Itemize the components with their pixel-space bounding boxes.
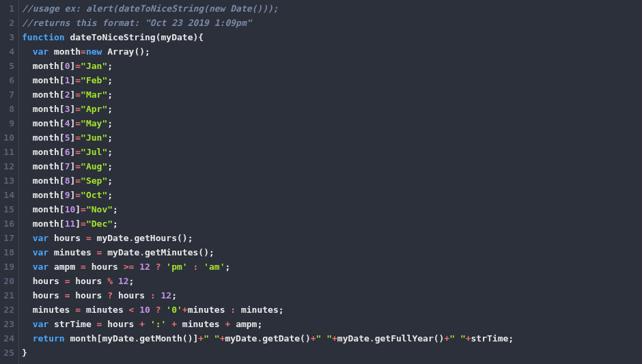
line-number: 21 — [0, 288, 14, 303]
code-area[interactable]: //usage ex: alert(dateToNiceString(new D… — [19, 0, 514, 364]
code-line[interactable]: month[3]="Apr"; — [22, 102, 514, 116]
line-number: 10 — [0, 130, 14, 145]
line-number: 8 — [0, 102, 14, 116]
line-number: 25 — [0, 346, 14, 360]
line-number: 16 — [0, 216, 14, 231]
code-line[interactable]: var month=new Array(); — [22, 44, 514, 59]
code-line[interactable]: month[2]="Mar"; — [22, 87, 514, 102]
line-number: 3 — [0, 30, 14, 44]
line-number: 12 — [0, 159, 14, 173]
code-line[interactable]: var hours = myDate.getHours(); — [22, 231, 514, 245]
code-line[interactable]: month[0]="Jan"; — [22, 59, 514, 73]
code-line[interactable]: month[1]="Feb"; — [22, 73, 514, 87]
code-line[interactable]: return month[myDate.getMonth()]+" "+myDa… — [22, 331, 514, 346]
line-number: 5 — [0, 59, 14, 73]
line-number: 1 — [0, 1, 14, 16]
code-line[interactable]: hours = hours % 12; — [22, 274, 514, 288]
line-number: 6 — [0, 73, 14, 87]
line-number: 17 — [0, 231, 14, 245]
code-line[interactable]: month[4]="May"; — [22, 116, 514, 130]
line-number: 23 — [0, 317, 14, 331]
code-line[interactable]: month[8]="Sep"; — [22, 173, 514, 188]
code-line[interactable]: var minutes = myDate.getMinutes(); — [22, 245, 514, 260]
line-number: 18 — [0, 245, 14, 260]
code-editor[interactable]: 1234567891011121314151617181920212223242… — [0, 0, 642, 364]
line-number: 13 — [0, 173, 14, 188]
code-line[interactable]: //returns this format: "Oct 23 2019 1:09… — [22, 16, 514, 30]
code-line[interactable]: function dateToNiceString(myDate){ — [22, 30, 514, 44]
code-line[interactable]: hours = hours ? hours : 12; — [22, 288, 514, 303]
code-line[interactable]: } — [22, 346, 514, 360]
line-number: 11 — [0, 145, 14, 159]
line-number: 24 — [0, 331, 14, 346]
code-line[interactable]: //usage ex: alert(dateToNiceString(new D… — [22, 1, 514, 16]
line-number: 2 — [0, 16, 14, 30]
line-number: 9 — [0, 116, 14, 130]
line-number: 19 — [0, 260, 14, 274]
line-number: 15 — [0, 202, 14, 216]
line-number-gutter: 1234567891011121314151617181920212223242… — [0, 0, 19, 364]
code-line[interactable]: month[9]="Oct"; — [22, 188, 514, 202]
code-line[interactable]: month[6]="Jul"; — [22, 145, 514, 159]
code-line[interactable]: var strTime = hours + ':' + minutes + am… — [22, 317, 514, 331]
code-line[interactable]: month[10]="Nov"; — [22, 202, 514, 216]
line-number: 14 — [0, 188, 14, 202]
line-number: 7 — [0, 87, 14, 102]
code-line[interactable]: month[5]="Jun"; — [22, 130, 514, 145]
line-number: 4 — [0, 44, 14, 59]
line-number: 22 — [0, 303, 14, 317]
line-number: 20 — [0, 274, 14, 288]
code-line[interactable]: minutes = minutes < 10 ? '0'+minutes : m… — [22, 303, 514, 317]
code-line[interactable]: var ampm = hours >= 12 ? 'pm' : 'am'; — [22, 260, 514, 274]
code-line[interactable]: month[7]="Aug"; — [22, 159, 514, 173]
code-line[interactable]: month[11]="Dec"; — [22, 216, 514, 231]
